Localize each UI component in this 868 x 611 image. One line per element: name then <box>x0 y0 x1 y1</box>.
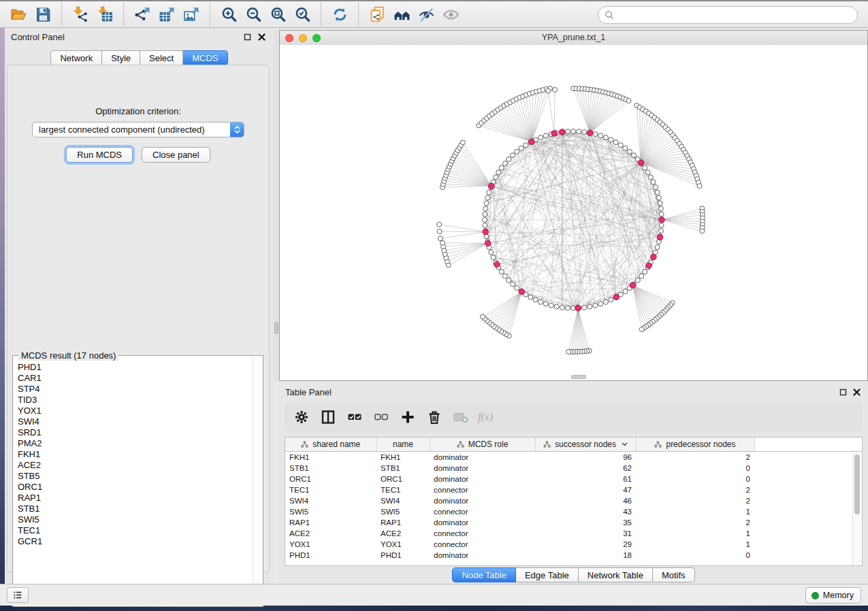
graph-node[interactable] <box>658 201 662 205</box>
table-cell[interactable]: SWI5 <box>376 506 430 517</box>
table-cell[interactable]: 46 <box>535 495 636 506</box>
table-cell[interactable]: 2 <box>636 452 754 463</box>
refresh-layout-button[interactable] <box>327 3 352 25</box>
mcds-hub-node[interactable] <box>659 217 664 222</box>
table-row[interactable]: ORC1ORC1dominator610 <box>285 474 862 484</box>
create-column-button[interactable] <box>398 406 418 428</box>
hide-selected-button[interactable] <box>414 3 438 25</box>
mcds-result-item[interactable]: SRD1 <box>14 427 253 438</box>
graph-node[interactable] <box>623 289 628 294</box>
table-cell[interactable]: ORC1 <box>285 474 376 484</box>
tab-motifs[interactable]: Motifs <box>653 567 695 582</box>
export-table-button[interactable] <box>155 3 179 25</box>
mcds-hub-node[interactable] <box>485 241 491 246</box>
graph-node[interactable] <box>515 149 519 154</box>
graph-node[interactable] <box>588 304 592 309</box>
graph-node[interactable] <box>603 135 608 140</box>
table-cell[interactable]: SWI4 <box>376 495 430 506</box>
table-row[interactable]: STB1STB1dominator620 <box>285 463 862 474</box>
graph-node[interactable] <box>460 140 465 145</box>
graph-node[interactable] <box>613 140 618 145</box>
column-header-successor-nodes[interactable]: successor nodes <box>535 437 636 452</box>
table-cell[interactable]: 1 <box>636 539 754 550</box>
graph-node[interactable] <box>655 190 660 195</box>
graph-node[interactable] <box>643 269 647 274</box>
graph-node[interactable] <box>627 149 632 154</box>
table-cell[interactable]: FKH1 <box>285 452 376 463</box>
graph-node[interactable] <box>653 185 658 190</box>
graph-node[interactable] <box>481 314 485 319</box>
mcds-hub-node[interactable] <box>638 160 643 165</box>
close-table-panel-button[interactable] <box>852 388 861 397</box>
table-row[interactable]: FKH1FKH1dominator962 <box>285 452 862 463</box>
open-file-button[interactable] <box>6 3 31 25</box>
zoom-fit-button[interactable] <box>266 3 290 25</box>
table-cell[interactable]: 43 <box>535 506 636 517</box>
table-cell[interactable]: 96 <box>535 452 636 463</box>
column-header-MCDS-role[interactable]: MCDS role <box>430 437 535 452</box>
table-cell[interactable]: connector <box>430 506 535 517</box>
mcds-result-item[interactable]: CAR1 <box>14 373 253 384</box>
table-cell[interactable]: 31 <box>535 528 636 539</box>
table-cell[interactable]: SWI4 <box>285 495 376 506</box>
show-panels-list-button[interactable] <box>7 587 29 603</box>
graph-node[interactable] <box>494 175 498 180</box>
table-row[interactable]: YOX1YOX1connector291 <box>285 539 862 550</box>
graph-node[interactable] <box>659 229 664 233</box>
mcds-hub-node[interactable] <box>613 294 619 299</box>
export-image-button[interactable] <box>179 3 204 25</box>
table-cell[interactable]: 47 <box>535 484 636 495</box>
graph-node[interactable] <box>483 206 488 211</box>
graph-node[interactable] <box>656 195 661 200</box>
graph-node[interactable] <box>437 222 442 227</box>
table-cell[interactable]: 18 <box>535 550 636 561</box>
graph-node[interactable] <box>609 137 613 142</box>
column-header-shared-name[interactable]: shared name <box>285 437 376 452</box>
mcds-hub-node[interactable] <box>657 235 662 240</box>
mcds-hub-node[interactable] <box>575 306 581 311</box>
column-header-name[interactable]: name <box>376 437 430 452</box>
mcds-hub-node[interactable] <box>529 139 534 144</box>
mcds-result-item[interactable]: ORC1 <box>14 482 253 493</box>
mcds-result-item[interactable]: STB1 <box>14 503 253 514</box>
table-cell[interactable]: dominator <box>430 517 535 528</box>
graph-node[interactable] <box>491 255 496 260</box>
graph-node[interactable] <box>483 218 487 222</box>
mcds-result-item[interactable]: STP4 <box>14 384 253 395</box>
graph-node[interactable] <box>528 295 533 299</box>
search-input[interactable] <box>618 7 857 22</box>
table-cell[interactable]: STB1 <box>285 463 376 474</box>
graph-node[interactable] <box>437 229 442 234</box>
table-cell[interactable]: PHD1 <box>376 550 430 561</box>
split-panel-button[interactable] <box>318 406 338 428</box>
mcds-result-item[interactable]: PMA2 <box>14 438 253 449</box>
table-cell[interactable]: 2 <box>636 484 754 495</box>
mcds-result-item[interactable]: SWI4 <box>14 416 253 427</box>
graph-node[interactable] <box>560 306 564 310</box>
table-cell[interactable]: TEC1 <box>285 484 376 495</box>
table-cell[interactable]: 1 <box>636 506 754 517</box>
graph-node[interactable] <box>533 297 538 302</box>
graph-node[interactable] <box>502 274 507 278</box>
mcds-hub-node[interactable] <box>651 254 656 260</box>
mcds-result-item[interactable]: RAP1 <box>14 493 253 503</box>
mcds-hub-node[interactable] <box>630 282 635 288</box>
graph-node[interactable] <box>554 304 559 309</box>
float-table-panel-button[interactable] <box>839 388 848 397</box>
network-graph[interactable] <box>280 45 867 380</box>
table-vertical-scrollbar[interactable] <box>852 452 861 565</box>
select-all-button[interactable] <box>344 406 365 428</box>
network-horizontal-scrollbar[interactable] <box>571 375 586 379</box>
graph-node[interactable] <box>539 299 543 304</box>
graph-node[interactable] <box>582 306 587 310</box>
graph-node[interactable] <box>598 301 603 306</box>
table-cell[interactable]: YOX1 <box>285 539 376 550</box>
graph-node[interactable] <box>626 99 631 103</box>
close-mcds-panel-button[interactable]: Close panel <box>142 147 210 163</box>
table-cell[interactable]: connector <box>430 484 535 495</box>
mcds-result-item[interactable]: PHD1 <box>14 362 253 373</box>
mcds-hub-node[interactable] <box>494 261 500 267</box>
zoom-out-button[interactable] <box>241 3 266 25</box>
graph-node[interactable] <box>632 153 637 158</box>
graph-node[interactable] <box>648 175 653 180</box>
